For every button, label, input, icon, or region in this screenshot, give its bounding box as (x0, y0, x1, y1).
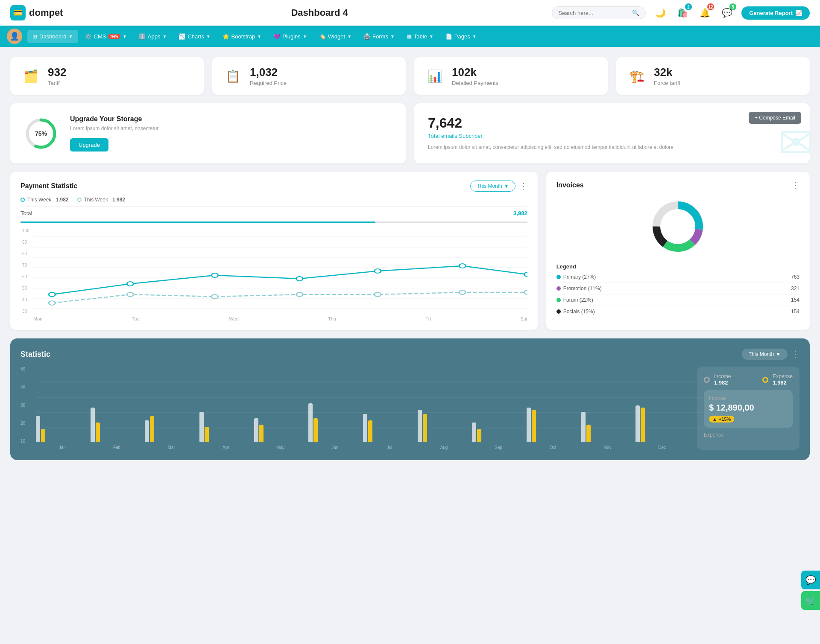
bootstrap-icon: ⭐ (223, 33, 229, 40)
chevron-down-icon: ▼ (390, 34, 395, 39)
expense-circle (762, 377, 768, 383)
svg-point-13 (296, 277, 302, 281)
upgrade-button[interactable]: Upgrade (70, 138, 108, 152)
chevron-down-icon: ▼ (123, 34, 127, 39)
svg-point-12 (211, 273, 218, 277)
required-price-label: Required Price (250, 80, 287, 86)
bar-group-8 (418, 410, 471, 442)
income-row: Income 1.982 Expense 1.982 (704, 373, 793, 386)
legend-row-promotion: Promotion (11%) 321 (556, 283, 800, 294)
invoices-more-icon[interactable]: ⋮ (792, 181, 800, 190)
bar-yellow (205, 427, 209, 442)
sidebar-item-forms[interactable]: 🖨️ Forms ▼ (358, 30, 400, 43)
this-month-filter-button[interactable]: This Month ▼ (470, 181, 515, 192)
forum-color-dot (556, 298, 561, 302)
statistic-grid: 5040302010 (20, 367, 800, 450)
stat-card-force-tariff: 🏗️ 32k Force tariff (616, 57, 810, 95)
total-label: Total (20, 210, 32, 216)
bar-white (254, 418, 258, 442)
statistic-month-filter-button[interactable]: This Month ▼ (742, 349, 788, 360)
x-axis-labels: MonTueWedThuFriSat (20, 316, 527, 321)
chat-btn[interactable]: 💬 5 (719, 5, 735, 20)
total-row: Total 3,982 (20, 206, 527, 220)
cart-btn[interactable]: 🛍️ 2 (675, 5, 690, 20)
search-bar[interactable]: 🔍 (552, 6, 646, 19)
stat-card-detailed-payments: 📊 102k Detailed Payments (414, 57, 608, 95)
forms-icon: 🖨️ (363, 33, 370, 40)
detailed-payments-icon: 📊 (425, 66, 445, 86)
svg-point-16 (524, 272, 527, 277)
svg-point-21 (374, 292, 381, 297)
primary-color-dot (556, 275, 561, 279)
sidebar-item-plugins[interactable]: 💜 Plugins ▼ (268, 30, 312, 43)
compose-email-button[interactable]: + Compose Email (749, 112, 801, 124)
sidebar-item-table[interactable]: ▦ Table ▼ (401, 30, 439, 43)
statistic-section: Statistic This Month ▼ ⋮ 5040302010 (10, 338, 810, 460)
sidebar-item-widget[interactable]: 🏷️ Widget ▼ (314, 30, 357, 43)
statistic-controls: This Month ▼ ⋮ (742, 349, 800, 360)
bar-white (308, 403, 313, 442)
sidebar-item-charts[interactable]: 📉 Charts ▼ (173, 30, 215, 43)
chevron-down-icon: ▼ (429, 34, 433, 39)
expense-stat-value: 1.982 (773, 379, 793, 386)
header-right: 🔍 🌙 🛍️ 2 🔔 12 💬 5 Generate Report 📈 (552, 5, 810, 20)
line-chart-wrapper: 10090807060504030 (20, 228, 527, 321)
tariff-label: Tariff (48, 80, 66, 86)
svg-point-11 (127, 282, 133, 286)
bell-btn[interactable]: 🔔 12 (697, 5, 712, 20)
bar-white (527, 408, 531, 442)
avatar: 👤 (7, 29, 22, 44)
svg-point-10 (49, 292, 55, 297)
widget-icon: 🏷️ (319, 33, 326, 40)
dashboard-icon: ⊞ (32, 33, 37, 40)
bar-group-9 (472, 423, 525, 442)
email-description: Lorem ipsum dolor sit amet, consectetur … (428, 143, 796, 151)
tariff-icon: 🗂️ (20, 66, 41, 86)
logo-icon: 💳 (10, 5, 26, 20)
middle-row: 75% Upgrade Your Storage Lorem ipsum dol… (10, 103, 810, 163)
up-arrow-icon: ▲ (712, 417, 717, 422)
bar-group-1 (36, 416, 89, 442)
detailed-payments-info: 102k Detailed Payments (452, 66, 498, 86)
income-detail-label: Income (709, 395, 788, 401)
search-input[interactable] (558, 10, 630, 16)
chevron-down-icon: ▼ (776, 351, 781, 357)
required-price-value: 1,032 (250, 66, 287, 79)
bar-white (636, 405, 640, 442)
bar-yellow (641, 408, 645, 442)
required-price-icon: 📋 (223, 66, 243, 86)
legend-dot-1 (20, 198, 25, 202)
svg-point-14 (374, 269, 381, 273)
bar-yellow (96, 423, 100, 442)
generate-report-button[interactable]: Generate Report 📈 (741, 6, 810, 20)
bar-white (472, 423, 476, 442)
logo-text: dompet (29, 7, 63, 18)
chart-legend: This Week 1.982 This Week 1.982 (20, 197, 527, 203)
force-tariff-icon: 🏗️ (627, 66, 647, 86)
sidebar-item-cms[interactable]: ⚙️ CMS New ▼ (80, 30, 132, 43)
income-amount: $ 12,890,00 (709, 403, 788, 413)
cart-badge: 2 (685, 3, 692, 10)
circle-progress: 75% (24, 117, 58, 151)
progress-bar-inner (20, 221, 375, 223)
dark-mode-btn[interactable]: 🌙 (653, 5, 668, 20)
storage-card: 75% Upgrade Your Storage Lorem ipsum dol… (10, 103, 406, 163)
more-options-icon[interactable]: ⋮ (520, 181, 527, 191)
legend-row-primary: Primary (27%) 763 (556, 271, 800, 283)
chart-icon: 📈 (795, 10, 802, 16)
bar-yellow (532, 410, 536, 442)
statistic-more-icon[interactable]: ⋮ (792, 350, 800, 359)
legend-header: Legend (556, 263, 800, 270)
y-axis-labels: 10090807060504030 (20, 228, 32, 314)
header: 💳 dompet Dashboard 4 🔍 🌙 🛍️ 2 🔔 12 💬 5 G… (0, 0, 820, 26)
chevron-down-icon: ▼ (257, 34, 261, 39)
sidebar-item-apps[interactable]: ℹ️ Apps ▼ (134, 30, 172, 43)
storage-info: Upgrade Your Storage Lorem ipsum dolor s… (70, 115, 160, 152)
sidebar-item-dashboard[interactable]: ⊞ Dashboard ▼ (27, 30, 78, 43)
bar-group-5 (254, 418, 307, 442)
chart-controls: This Month ▼ ⋮ (470, 181, 527, 192)
sidebar-item-bootstrap[interactable]: ⭐ Bootstrap ▼ (217, 30, 267, 43)
progress-bar (20, 221, 527, 223)
svg-point-19 (211, 294, 218, 299)
sidebar-item-pages[interactable]: 📄 Pages ▼ (440, 30, 482, 43)
